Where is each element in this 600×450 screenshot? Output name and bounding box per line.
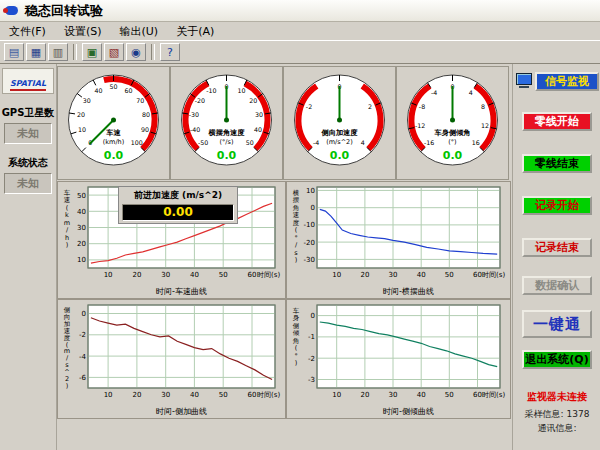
svg-text:10: 10 [77,256,86,264]
speed-gauge: 0102030405060708090100车速(km/h)0.0 [57,66,170,180]
toolbar-separator [73,44,77,60]
gauge-view-icon[interactable]: ◉ [126,43,146,61]
data-confirm-button: 数据确认 [522,276,592,295]
menu-settings[interactable]: 设置(S) [55,22,111,41]
one-key-button[interactable]: 一键通 [522,310,592,338]
roll-angle-time-chart: 1020304050600-1-2-3车身侧倾角(°)时间(s)时间-侧倾曲线 [286,299,511,419]
toolbar-separator [151,44,155,60]
svg-text:-4: -4 [79,353,87,361]
svg-text:40: 40 [190,271,199,279]
svg-text:60: 60 [473,271,482,279]
svg-text:40: 40 [77,208,86,216]
svg-text:(°/s): (°/s) [220,138,234,146]
svg-text:20: 20 [132,271,141,279]
svg-text:0.0: 0.0 [104,149,124,162]
svg-text:(m/s^2): (m/s^2) [326,138,353,146]
svg-text:10: 10 [306,187,315,195]
svg-text:20: 20 [249,97,257,104]
forward-accel-label: 前进加速度 (m/s^2) [122,189,234,202]
save-data-icon[interactable]: ▦ [26,43,46,61]
svg-text:10: 10 [104,271,113,279]
svg-text:2: 2 [368,103,372,110]
svg-text:40: 40 [254,126,262,133]
system-status-value: 未知 [4,173,52,194]
titlebar: 稳态回转试验 [0,0,600,22]
svg-text:60: 60 [473,391,482,399]
yaw-time-chart: 102030405060100-10-20-30横摆角速度(°/s)时间(s)时… [286,181,511,299]
signal-monitor-icon [516,73,534,89]
help-icon[interactable]: ? [160,43,180,61]
svg-text:时间-侧倾曲线: 时间-侧倾曲线 [383,407,434,416]
svg-text:-20: -20 [304,239,315,247]
svg-text:时间(s): 时间(s) [482,391,505,399]
right-sidebar: 监视器未连接 采样信息: 1378 通讯信息: 信号监视零线开始零线结束记录开始… [512,64,600,450]
roll-angle-gauge: -16-12-8-40481216车身侧倾角(°)0.0 [396,66,509,180]
record-start-button[interactable]: 记录开始 [522,196,592,215]
svg-text:-1: -1 [308,333,315,341]
svg-text:10: 10 [78,126,86,133]
svg-text:50: 50 [219,271,228,279]
svg-text:10: 10 [332,271,341,279]
svg-text:40: 40 [94,87,102,94]
svg-text:50: 50 [445,391,454,399]
forward-accel-value: 0.00 [122,204,234,221]
left-sidebar: SPATIAL GPS卫星数 未知 系统状态 未知 [0,64,57,450]
spatial-logo-text: SPATIAL [10,79,46,91]
chart-view-icon[interactable]: ▧ [104,43,124,61]
svg-text:60: 60 [248,391,257,399]
svg-text:时间(s): 时间(s) [257,271,280,279]
svg-text:10: 10 [104,391,113,399]
svg-text:30: 30 [161,391,170,399]
svg-text:-40: -40 [190,126,200,133]
svg-text:70: 70 [136,97,144,104]
svg-text:30: 30 [161,271,170,279]
svg-text:(km/h): (km/h) [103,138,124,146]
svg-text:-50: -50 [198,139,208,146]
zeroline-start-button[interactable]: 零线开始 [522,112,592,131]
svg-text:60: 60 [124,87,132,94]
svg-text:60: 60 [248,271,257,279]
svg-text:横摆角速度: 横摆角速度 [208,128,246,137]
svg-text:4: 4 [469,89,473,96]
svg-text:10: 10 [332,391,341,399]
svg-text:30: 30 [389,271,398,279]
svg-text:-2: -2 [306,103,312,110]
monitor-base-shape [519,86,529,88]
svg-text:0: 0 [311,204,315,212]
exit-system-button[interactable]: 退出系统(Q) [522,350,592,369]
record-end-button[interactable]: 记录结束 [522,238,592,257]
spatial-logo: SPATIAL [2,68,54,94]
svg-text:90: 90 [141,126,149,133]
svg-text:10: 10 [237,87,245,94]
svg-text:车身侧倾角: 车身侧倾角 [434,128,471,137]
svg-text:): ) [66,382,69,390]
svg-text:-30: -30 [189,111,199,118]
svg-text:时间-横摆曲线: 时间-横摆曲线 [383,287,434,296]
svg-text:30: 30 [83,97,91,104]
signal-monitor-button[interactable]: 信号监视 [535,72,599,91]
gauge-row: 0102030405060708090100车速(km/h)0.0-50-40-… [57,66,511,180]
svg-text:): ) [295,359,298,367]
menu-file[interactable]: 文件(F) [0,22,55,41]
lateral-accel-time-chart: 1020304050600-2-4-6侧向加速度(m/s^2)时间(s)时间-侧… [57,299,286,419]
lateral-accel-gauge: -4-2024侧向加速度(m/s^2)0.0 [283,66,396,180]
svg-text:-20: -20 [195,97,205,104]
svg-text:12: 12 [481,122,489,129]
zeroline-end-button[interactable]: 零线结束 [522,154,592,173]
svg-text:0.0: 0.0 [330,149,350,162]
menu-about[interactable]: 关于(A) [167,22,223,41]
yaw-rate-gauge: -50-40-30-20-1001020304050横摆角速度(°/s)0.0 [170,66,283,180]
svg-text:-2: -2 [79,331,86,339]
svg-text:-10: -10 [206,87,216,94]
forward-accel-panel: 前进加速度 (m/s^2) 0.00 [118,186,238,224]
window-title: 稳态回转试验 [25,2,103,20]
open-file-icon[interactable]: ▤ [4,43,24,61]
svg-text:20: 20 [132,391,141,399]
print-icon[interactable]: ▥ [48,43,68,61]
system-status-label: 系统状态 [0,156,56,170]
menu-output[interactable]: 输出(U) [111,22,168,41]
svg-text:0.0: 0.0 [443,149,463,162]
svg-text:): ) [66,241,69,249]
monitor-view-icon[interactable]: ▣ [82,43,102,61]
gps-count-value: 未知 [4,123,52,144]
